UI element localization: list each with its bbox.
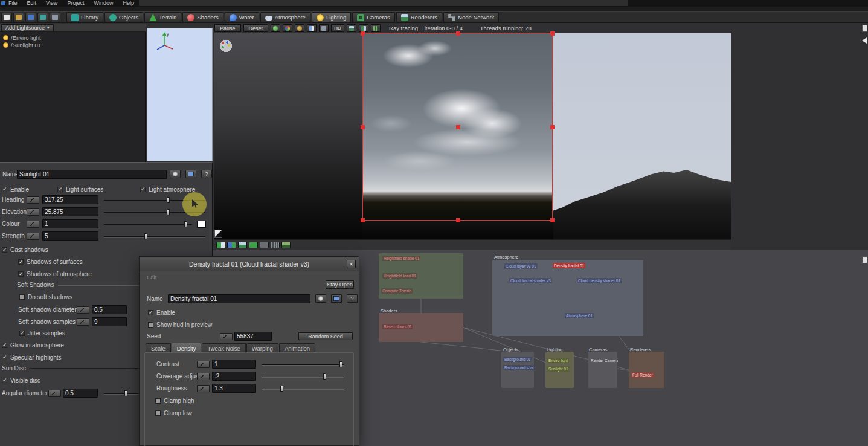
node-base-colours[interactable]: Base colours 01 xyxy=(382,324,413,329)
heading-input[interactable] xyxy=(42,195,98,204)
cameras-node-group[interactable]: Render Camera xyxy=(588,352,617,388)
crop-handle-n[interactable] xyxy=(456,31,460,36)
menu-view[interactable]: View xyxy=(46,0,57,7)
fractal-name-input[interactable] xyxy=(168,294,310,303)
list-item-sunlight-01[interactable]: /Sunlight 01 xyxy=(0,41,145,48)
shaders-node-group[interactable]: Base colours 01 xyxy=(379,313,463,342)
node-heightfield-shade[interactable]: Heightfield shade 01 xyxy=(382,256,420,261)
crop-handle-sw[interactable] xyxy=(361,218,365,222)
animation-curve-icon[interactable] xyxy=(27,208,39,216)
render-sphere-icon[interactable] xyxy=(271,24,280,32)
crop-handle-ne[interactable] xyxy=(550,31,555,36)
node-cloud-layer[interactable]: Cloud layer v3 01 xyxy=(504,263,538,269)
crop-handle-center[interactable] xyxy=(456,125,460,129)
random-seed-button[interactable]: Random Seed xyxy=(298,332,353,340)
menu-help[interactable]: Help xyxy=(123,0,134,7)
animation-curve-icon[interactable] xyxy=(27,233,39,240)
animation-curve-icon[interactable] xyxy=(197,385,210,392)
colour-slider[interactable] xyxy=(104,221,192,228)
node-background-shader[interactable]: Background shader 01 xyxy=(503,365,534,370)
soft-shadow-diameter-input[interactable] xyxy=(92,305,127,314)
render-region-icon[interactable] xyxy=(319,24,329,32)
seed-input[interactable] xyxy=(234,332,272,341)
glow-in-atmosphere-checkbox[interactable] xyxy=(2,343,7,348)
show-hud-checkbox[interactable] xyxy=(148,322,153,328)
render-palette-icon[interactable] xyxy=(283,24,292,32)
colour-swatch[interactable] xyxy=(197,221,206,228)
tab-warping[interactable]: Warping xyxy=(246,343,278,353)
toolbar-objects[interactable]: Objects xyxy=(104,12,143,22)
tab-animation[interactable]: Animation xyxy=(279,343,315,353)
strength-slider[interactable] xyxy=(104,233,205,240)
menu-file[interactable]: File xyxy=(8,0,18,7)
node-heightfield-load[interactable]: Heightfield load 01 xyxy=(382,273,417,279)
pause-button[interactable]: Pause xyxy=(214,24,241,32)
dialog-edit-menu[interactable]: Edit xyxy=(147,274,156,280)
help-button[interactable]: ? xyxy=(347,294,358,303)
toolbar-water[interactable]: Water xyxy=(225,12,259,22)
animation-curve-icon[interactable] xyxy=(27,221,39,228)
new-project-button[interactable] xyxy=(1,13,12,22)
viewport-tool-icon[interactable] xyxy=(227,242,236,248)
crop-handle-s[interactable] xyxy=(456,218,460,222)
node-cloud-density-shader[interactable]: Cloud density shader 01 xyxy=(577,278,622,283)
list-item-enviro-light[interactable]: /Enviro light xyxy=(0,34,145,41)
tab-density[interactable]: Density xyxy=(172,343,202,353)
fractal-enable-checkbox[interactable] xyxy=(148,310,153,315)
menu-window[interactable]: Window xyxy=(94,0,113,7)
atmosphere-node-group[interactable]: Cloud layer v3 01 Density fractal 01 Clo… xyxy=(492,260,643,336)
roughness-slider[interactable] xyxy=(262,385,344,392)
light-name-input[interactable] xyxy=(17,170,167,179)
shadows-of-atmosphere-checkbox[interactable] xyxy=(18,271,24,277)
terrain-node-group[interactable]: Heightfield shade 01 Heightfield load 01… xyxy=(379,253,463,299)
objects-node-group[interactable]: Background 01 Background shader 01 xyxy=(501,352,534,388)
toolbar-cameras[interactable]: Cameras xyxy=(352,12,395,22)
toolbar-library[interactable]: Library xyxy=(66,12,103,22)
viewport-tool-icon[interactable] xyxy=(271,242,280,248)
node-background[interactable]: Background 01 xyxy=(503,357,532,362)
toolbar-terrain[interactable]: Terrain xyxy=(144,12,181,22)
viewport-tool-icon[interactable] xyxy=(281,242,291,248)
presets-button[interactable] xyxy=(315,294,326,303)
open-project-button[interactable] xyxy=(13,13,24,22)
menu-project[interactable]: Project xyxy=(67,0,84,7)
soft-shadow-samples-input[interactable] xyxy=(92,317,127,326)
render-region-frame[interactable] xyxy=(362,33,553,221)
open-window-button[interactable] xyxy=(185,170,196,178)
viewport-tool-icon[interactable] xyxy=(216,242,225,248)
node-render-camera[interactable]: Render Camera xyxy=(590,358,618,363)
angular-diameter-input[interactable] xyxy=(63,389,98,398)
help-button[interactable]: ? xyxy=(201,170,212,178)
light-atmosphere-checkbox[interactable] xyxy=(140,187,146,192)
viewport-tool-icon[interactable] xyxy=(260,242,269,248)
do-soft-shadows-checkbox[interactable] xyxy=(19,294,25,300)
add-lightsource-button[interactable]: Add Lightsource ▾ xyxy=(1,24,54,31)
enable-checkbox[interactable] xyxy=(2,187,7,192)
node-full-render[interactable]: Full Render xyxy=(631,372,654,378)
light-surfaces-checkbox[interactable] xyxy=(57,187,63,192)
stay-open-button[interactable]: Stay Open xyxy=(326,280,354,289)
tab-tweak-noise[interactable]: Tweak Noise xyxy=(202,343,245,353)
node-cloud-fractal-shader[interactable]: Cloud fractal shader v3 xyxy=(509,278,552,283)
clamp-low-checkbox[interactable] xyxy=(155,410,161,416)
animation-curve-icon[interactable] xyxy=(197,361,210,368)
render-split-icon[interactable] xyxy=(307,24,317,32)
render-settings-icon[interactable] xyxy=(295,24,304,32)
snapshot-icon-button[interactable] xyxy=(347,24,356,32)
roughness-input[interactable] xyxy=(212,384,256,393)
animation-curve-icon[interactable] xyxy=(77,306,89,314)
crop-handle-e[interactable] xyxy=(550,125,555,129)
menu-edit[interactable]: Edit xyxy=(27,0,37,7)
histogram-icon-button[interactable] xyxy=(371,24,381,32)
animation-curve-icon[interactable] xyxy=(27,196,39,204)
save-project-button[interactable] xyxy=(25,13,36,22)
hd-toggle-button[interactable]: HD xyxy=(331,24,344,32)
tab-scale[interactable]: Scale xyxy=(146,343,171,353)
cast-shadows-checkbox[interactable] xyxy=(2,247,7,253)
3d-preview-panel[interactable]: y xyxy=(147,28,213,161)
visible-disc-checkbox[interactable] xyxy=(2,378,7,383)
panel-expand-handle[interactable] xyxy=(862,256,867,263)
clamp-high-checkbox[interactable] xyxy=(155,398,161,404)
presets-button[interactable] xyxy=(170,170,181,178)
node-density-fractal-selected[interactable]: Density fractal 01 xyxy=(553,263,585,268)
